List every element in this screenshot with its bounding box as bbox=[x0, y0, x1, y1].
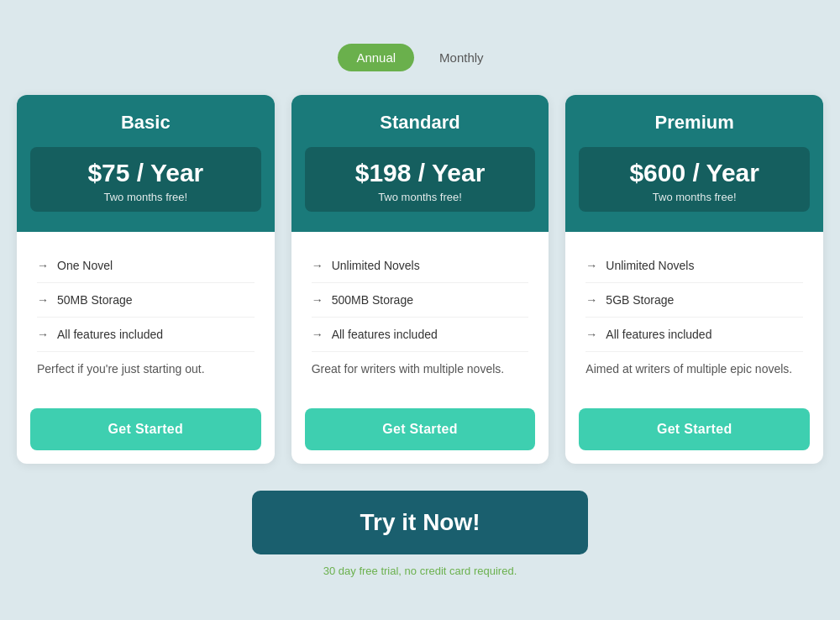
get-started-button-premium[interactable]: Get Started bbox=[579, 408, 810, 450]
feature-text: All features included bbox=[606, 328, 711, 341]
plan-price-premium: $600 / Year bbox=[587, 159, 801, 187]
feature-text: One Novel bbox=[57, 259, 113, 272]
feature-item: → All features included bbox=[585, 318, 803, 352]
feature-item: → 50MB Storage bbox=[37, 283, 255, 318]
plan-card-premium: Premium $600 / Year Two months free! → U… bbox=[565, 95, 823, 464]
plan-price-area-basic: $75 / Year Two months free! bbox=[30, 147, 261, 212]
plan-price-basic: $75 / Year bbox=[39, 159, 253, 187]
feature-text: 50MB Storage bbox=[57, 293, 133, 307]
arrow-icon: → bbox=[585, 293, 597, 307]
plan-price-area-premium: $600 / Year Two months free! bbox=[579, 147, 810, 212]
get-started-button-standard[interactable]: Get Started bbox=[305, 408, 536, 450]
arrow-icon: → bbox=[585, 328, 597, 341]
plan-features-standard: → Unlimited Novels → 500MB Storage → All… bbox=[291, 232, 549, 408]
annual-toggle-button[interactable]: Annual bbox=[338, 44, 414, 71]
feature-text: All features included bbox=[57, 328, 163, 341]
arrow-icon: → bbox=[312, 328, 323, 341]
feature-text: 500MB Storage bbox=[332, 293, 413, 307]
bottom-section: Try it Now! 30 day free trial, no credit… bbox=[252, 491, 588, 577]
feature-text: All features included bbox=[332, 328, 438, 341]
arrow-icon: → bbox=[37, 259, 49, 272]
arrow-icon: → bbox=[585, 259, 597, 272]
plan-name-premium: Premium bbox=[579, 112, 810, 134]
billing-toggle: Annual Monthly bbox=[338, 44, 501, 71]
plan-header-basic: Basic $75 / Year Two months free! bbox=[17, 95, 275, 232]
feature-item: → 5GB Storage bbox=[585, 283, 803, 318]
monthly-toggle-button[interactable]: Monthly bbox=[421, 44, 502, 71]
arrow-icon: → bbox=[37, 328, 49, 341]
feature-item: → One Novel bbox=[37, 249, 255, 283]
arrow-icon: → bbox=[37, 293, 49, 307]
plan-price-area-standard: $198 / Year Two months free! bbox=[305, 147, 536, 212]
plan-name-standard: Standard bbox=[305, 112, 536, 134]
plan-description-basic: Perfect if you're just starting out. bbox=[37, 352, 255, 391]
feature-text: Unlimited Novels bbox=[332, 259, 420, 272]
feature-text: Unlimited Novels bbox=[606, 259, 694, 272]
feature-text: 5GB Storage bbox=[606, 293, 674, 307]
plan-features-premium: → Unlimited Novels → 5GB Storage → All f… bbox=[565, 232, 823, 408]
try-now-button[interactable]: Try it Now! bbox=[252, 491, 588, 554]
plan-header-standard: Standard $198 / Year Two months free! bbox=[291, 95, 549, 232]
plan-discount-premium: Two months free! bbox=[587, 191, 801, 203]
plans-container: Basic $75 / Year Two months free! → One … bbox=[17, 95, 823, 464]
plan-header-premium: Premium $600 / Year Two months free! bbox=[565, 95, 823, 232]
plan-description-premium: Aimed at writers of multiple epic novels… bbox=[585, 352, 803, 391]
arrow-icon: → bbox=[312, 259, 323, 272]
plan-price-standard: $198 / Year bbox=[313, 159, 528, 187]
feature-item: → All features included bbox=[312, 318, 529, 352]
plan-description-standard: Great for writers with multiple novels. bbox=[312, 352, 529, 391]
arrow-icon: → bbox=[312, 293, 323, 307]
plan-discount-basic: Two months free! bbox=[39, 191, 253, 203]
feature-item: → Unlimited Novels bbox=[312, 249, 529, 283]
get-started-button-basic[interactable]: Get Started bbox=[30, 408, 261, 450]
plan-card-standard: Standard $198 / Year Two months free! → … bbox=[291, 95, 549, 464]
plan-features-basic: → One Novel → 50MB Storage → All feature… bbox=[17, 232, 275, 408]
feature-item: → 500MB Storage bbox=[312, 283, 529, 318]
feature-item: → All features included bbox=[37, 318, 255, 352]
trial-text: 30 day free trial, no credit card requir… bbox=[323, 565, 517, 577]
feature-item: → Unlimited Novels bbox=[585, 249, 803, 283]
plan-discount-standard: Two months free! bbox=[313, 191, 528, 203]
plan-name-basic: Basic bbox=[30, 112, 261, 134]
plan-card-basic: Basic $75 / Year Two months free! → One … bbox=[17, 95, 275, 464]
